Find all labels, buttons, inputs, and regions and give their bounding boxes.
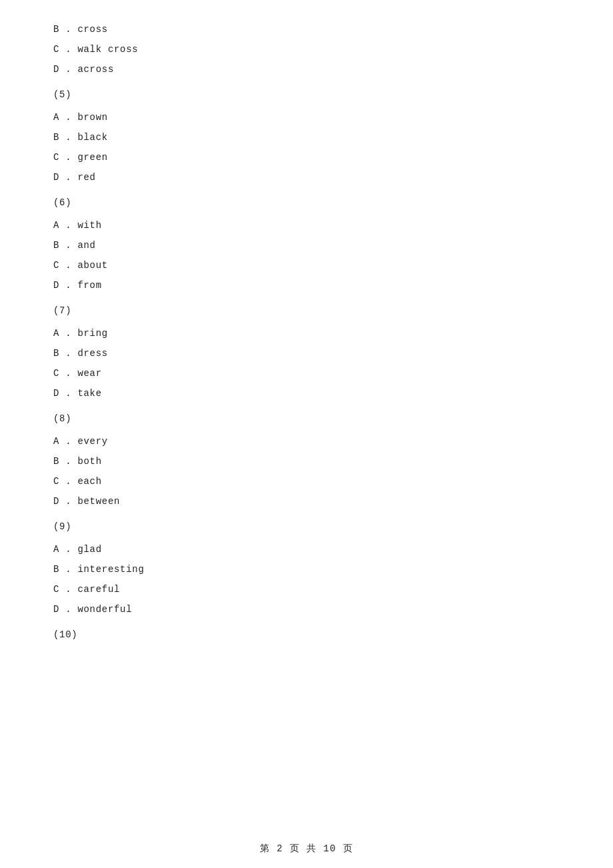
list-item: B . and — [53, 236, 560, 255]
item-letter: D . wonderful — [53, 604, 132, 615]
item-letter: A . bring — [53, 328, 108, 339]
list-item: C . each — [53, 472, 560, 491]
list-item: C . wear — [53, 364, 560, 383]
section-number-5: (9) — [53, 517, 560, 536]
item-letter: D . red — [53, 172, 96, 183]
item-letter: D . between — [53, 496, 120, 507]
item-letter: B . interesting — [53, 564, 145, 575]
section-number-2: (6) — [53, 193, 560, 212]
item-letter: C . about — [53, 260, 108, 271]
item-letter: D . from — [53, 280, 102, 291]
list-item: A . every — [53, 432, 560, 451]
list-item: C . walk cross — [53, 40, 560, 59]
item-letter: D . take — [53, 388, 102, 399]
list-item: A . bring — [53, 324, 560, 343]
list-item: D . between — [53, 492, 560, 511]
list-item: B . black — [53, 128, 560, 147]
item-letter: C . careful — [53, 584, 120, 595]
list-item: D . wonderful — [53, 600, 560, 619]
item-letter: D . across — [53, 64, 114, 75]
list-item: C . about — [53, 256, 560, 275]
list-item: B . interesting — [53, 560, 560, 579]
footer-text: 第 2 页 共 10 页 — [260, 843, 353, 854]
list-item: A . with — [53, 216, 560, 235]
item-letter: B . dress — [53, 348, 108, 359]
list-item: C . green — [53, 148, 560, 167]
item-letter: C . each — [53, 476, 102, 487]
item-letter: B . black — [53, 132, 108, 143]
item-letter: A . brown — [53, 112, 108, 123]
section-number-3: (7) — [53, 301, 560, 320]
item-letter: C . walk cross — [53, 44, 138, 55]
item-letter: A . glad — [53, 544, 102, 555]
item-letter: A . every — [53, 436, 108, 447]
item-letter: B . and — [53, 240, 96, 251]
item-letter: B . cross — [53, 24, 108, 35]
section-number-6: (10) — [53, 625, 560, 644]
item-letter: C . green — [53, 152, 108, 163]
page-footer: 第 2 页 共 10 页 — [0, 843, 613, 855]
list-item: D . from — [53, 276, 560, 295]
list-item: A . brown — [53, 108, 560, 127]
item-letter: B . both — [53, 456, 102, 467]
list-item: C . careful — [53, 580, 560, 599]
list-item: B . both — [53, 452, 560, 471]
item-letter: A . with — [53, 220, 102, 231]
list-item: D . red — [53, 168, 560, 187]
item-letter: C . wear — [53, 368, 102, 379]
list-item: D . take — [53, 384, 560, 403]
section-number-1: (5) — [53, 85, 560, 104]
list-item: D . across — [53, 60, 560, 79]
list-item: B . dress — [53, 344, 560, 363]
section-number-4: (8) — [53, 409, 560, 428]
list-item: A . glad — [53, 540, 560, 559]
list-item: B . cross — [53, 20, 560, 39]
page-content: B . crossC . walk crossD . across(5)A . … — [0, 0, 613, 688]
